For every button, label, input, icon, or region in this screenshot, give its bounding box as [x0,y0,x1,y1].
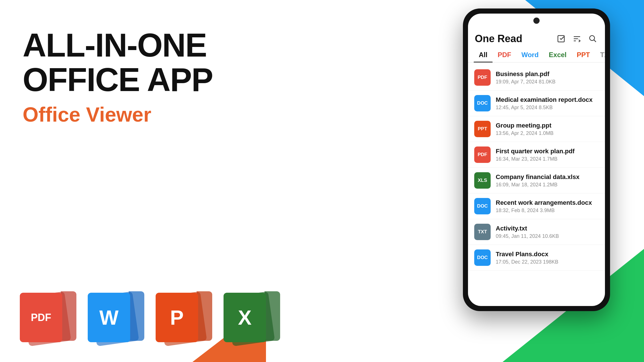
file-name-6: Recent work arrangements.docx [496,199,599,206]
file-info-7: Activity.txt 09:45, Jan 11, 2024 10.6KB [496,225,599,239]
file-meta-7: 09:45, Jan 11, 2024 10.6KB [496,233,599,239]
phone-screen: One Read [468,14,605,306]
file-icon-pdf-4: PDF [474,146,491,163]
tab-excel[interactable]: Excel [544,48,572,62]
file-icon-doc-8: DOC [474,249,491,266]
camera-notch [533,18,540,24]
ppt-app-icon: P [153,291,207,345]
file-icon-doc-6: DOC [474,198,491,214]
ppt-icon-label: P [170,306,184,329]
ppt-icon-lines [197,291,212,341]
file-name-8: Travel Plans.docx [496,251,599,258]
file-meta-8: 17:05, Dec 22, 2023 198KB [496,259,599,265]
word-icon-front: W [88,293,130,342]
file-item-2[interactable]: DOC Medical examination report.docx 12:4… [468,90,605,116]
file-info-8: Travel Plans.docx 17:05, Dec 22, 2023 19… [496,251,599,265]
file-name-4: First quarter work plan.pdf [496,148,599,155]
word-icon-lines [129,291,144,341]
tab-txt[interactable]: TXT [595,48,605,62]
word-icon-label: W [99,306,119,329]
svg-rect-0 [558,36,564,42]
tabs-row: All PDF Word Excel PPT TXT [468,48,605,63]
file-info-2: Medical examination report.docx 12:45, A… [496,96,599,111]
ppt-icon-front: P [156,293,198,342]
title-line1: ALL-IN-ONE [23,28,238,63]
file-info-1: Business plan.pdf 19:09, Apr 7, 2024 81.… [496,70,599,85]
file-item-4[interactable]: PDF First quarter work plan.pdf 16:34, M… [468,142,605,168]
file-item-6[interactable]: DOC Recent work arrangements.docx 18:32,… [468,193,605,219]
file-item-3[interactable]: PPT Group meeting.ppt 13:56, Apr 2, 2024… [468,116,605,142]
file-name-2: Medical examination report.docx [496,96,599,104]
file-name-5: Company financial data.xlsx [496,173,599,181]
file-meta-6: 18:32, Feb 8, 2024 3.9MB [496,208,599,214]
file-item-5[interactable]: XLS Company financial data.xlsx 16:09, M… [468,168,605,193]
file-icon-ppt-3: PPT [474,121,491,137]
search-icon[interactable] [587,33,598,44]
file-info-5: Company financial data.xlsx 16:09, Mar 1… [496,173,599,188]
file-meta-4: 16:34, Mar 23, 2024 1.7MB [496,156,599,162]
checkbox-icon[interactable] [556,33,566,44]
word-app-icon: W [85,291,139,345]
page-title: ALL-IN-ONE OFFICE APP [23,28,238,97]
file-icon-pdf-1: PDF [474,69,491,86]
file-item-7[interactable]: TXT Activity.txt 09:45, Jan 11, 2024 10.… [468,219,605,245]
pdf-app-icon: PDF [17,291,71,345]
file-icon-xls-5: XLS [474,172,491,189]
phone-outer-shell: One Read [463,8,610,311]
file-info-3: Group meeting.ppt 13:56, Apr 2, 2024 1.0… [496,122,599,136]
excel-icon-front: X [224,293,266,342]
file-meta-2: 12:45, Apr 5, 2024 8.5KB [496,105,599,111]
tab-pdf[interactable]: PDF [493,48,516,62]
tab-all[interactable]: All [474,48,493,62]
subtitle: Office Viewer [23,103,238,126]
excel-app-icon: X [221,291,274,345]
pdf-icon-label: PDF [31,312,51,324]
app-icons-row: PDF W P X [17,291,274,345]
file-item-8[interactable]: DOC Travel Plans.docx 17:05, Dec 22, 202… [468,245,605,271]
file-icon-doc-2: DOC [474,95,491,111]
file-meta-3: 13:56, Apr 2, 2024 1.0MB [496,130,599,136]
title-line2: OFFICE APP [23,63,238,97]
file-icon-txt-7: TXT [474,224,491,240]
svg-line-5 [594,40,596,42]
excel-icon-label: X [238,306,252,329]
pdf-icon-lines [61,291,76,341]
app-header: One Read [468,28,605,48]
file-name-1: Business plan.pdf [496,70,599,78]
file-info-4: First quarter work plan.pdf 16:34, Mar 2… [496,148,599,162]
svg-point-4 [590,36,595,41]
sort-icon[interactable] [572,33,582,44]
app-title: One Read [475,33,522,45]
phone-mockup: One Read [463,8,610,320]
file-item-1[interactable]: PDF Business plan.pdf 19:09, Apr 7, 2024… [468,65,605,90]
file-name-3: Group meeting.ppt [496,122,599,129]
pdf-icon-front: PDF [20,293,62,342]
tab-ppt[interactable]: PPT [572,48,595,62]
app-content: One Read [468,14,605,306]
header-icons [556,33,598,44]
file-list: PDF Business plan.pdf 19:09, Apr 7, 2024… [468,65,605,306]
file-meta-5: 16:09, Mar 18, 2024 1.2MB [496,182,599,188]
file-info-6: Recent work arrangements.docx 18:32, Feb… [496,199,599,214]
file-meta-1: 19:09, Apr 7, 2024 81.0KB [496,79,599,85]
excel-icon-lines [265,291,280,341]
tab-word[interactable]: Word [516,48,544,62]
file-name-7: Activity.txt [496,225,599,232]
left-section: ALL-IN-ONE OFFICE APP Office Viewer [23,28,238,126]
